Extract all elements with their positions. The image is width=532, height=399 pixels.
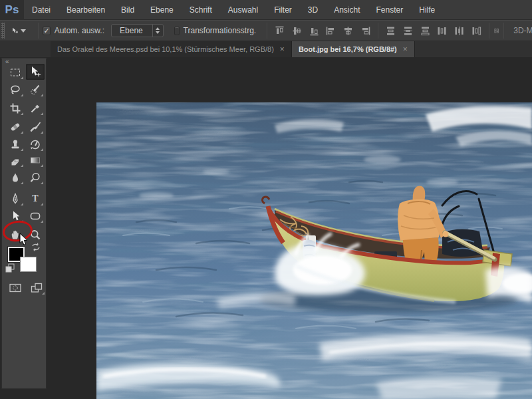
- swap-colors-icon[interactable]: [31, 243, 41, 251]
- separator: [489, 23, 489, 39]
- tab-boot-jpg[interactable]: Boot.jpg bei 16,7% (RGB/8#) ×: [292, 41, 415, 57]
- crop-tool[interactable]: [6, 100, 25, 116]
- pen-tool[interactable]: [6, 191, 25, 207]
- move-tool[interactable]: [26, 64, 45, 80]
- clone-stamp-tool[interactable]: [6, 136, 25, 152]
- dropdown-spinner-icon: [152, 24, 163, 37]
- brush-tool[interactable]: [26, 119, 45, 135]
- shape-tool[interactable]: [26, 208, 45, 224]
- menu-auswahl[interactable]: Auswahl: [220, 0, 266, 20]
- menu-ebene[interactable]: Ebene: [142, 0, 182, 20]
- align-vertical-centers-icon[interactable]: [291, 25, 303, 37]
- close-icon[interactable]: ×: [403, 45, 408, 54]
- dodge-tool[interactable]: [26, 170, 45, 186]
- align-horizontal-group: [325, 25, 371, 37]
- document-tab-bar: Das Orakel des Meeres.psd bei 10,1% (Stü…: [0, 41, 532, 57]
- align-top-edges-icon[interactable]: [274, 25, 285, 37]
- menu-bild[interactable]: Bild: [113, 0, 142, 20]
- auto-select-label: Autom. ausw.:: [55, 26, 104, 35]
- menu-fenster[interactable]: Fenster: [368, 0, 412, 20]
- eraser-tool[interactable]: [6, 152, 25, 168]
- dropdown-value: Ebene: [112, 26, 152, 35]
- tools-panel: «: [1, 59, 47, 389]
- transform-controls-checkbox[interactable]: [174, 27, 180, 35]
- background-color-swatch[interactable]: [20, 257, 37, 272]
- lasso-tool[interactable]: [6, 82, 25, 98]
- distribute-rows-group: [385, 25, 431, 37]
- type-tool[interactable]: T: [26, 191, 45, 207]
- separator: [38, 23, 39, 39]
- distribute-left-edges-icon[interactable]: [436, 25, 448, 37]
- menu-filter[interactable]: Filter: [266, 0, 300, 20]
- document-canvas-boot-jpg[interactable]: [96, 102, 532, 399]
- align-bottom-edges-icon[interactable]: [309, 25, 320, 37]
- photoshop-logo: Ps: [0, 0, 24, 20]
- align-horizontal-centers-icon[interactable]: [342, 25, 354, 37]
- separator: [503, 23, 504, 39]
- menu-schrift[interactable]: Schrift: [182, 0, 220, 20]
- distribute-cols-group: [436, 25, 482, 37]
- separator: [267, 23, 267, 39]
- tab-das-orakel-des-meeres[interactable]: Das Orakel des Meeres.psd bei 10,1% (Stü…: [51, 41, 292, 57]
- spot-healing-brush-tool[interactable]: [6, 119, 25, 135]
- photoshop-window: Ps Datei Bearbeiten Bild Ebene Schrift A…: [0, 0, 532, 399]
- distribute-right-edges-icon[interactable]: [471, 25, 482, 37]
- blur-tool[interactable]: [6, 170, 25, 186]
- align-right-edges-icon[interactable]: [360, 25, 371, 37]
- gradient-tool[interactable]: [26, 152, 45, 168]
- checkmark-icon: ✓: [43, 27, 49, 35]
- align-edges-group: [274, 25, 320, 37]
- options-bar-grip[interactable]: [1, 23, 5, 39]
- mouse-cursor: [19, 233, 29, 246]
- quick-selection-tool[interactable]: [26, 82, 45, 98]
- tab-bar-spacer: [0, 41, 51, 57]
- screen-mode-button[interactable]: [27, 280, 46, 296]
- distribute-bottom-edges-icon[interactable]: [420, 25, 431, 37]
- menu-bearbeiten[interactable]: Bearbeiten: [59, 0, 113, 20]
- tool-options-bar: ✓ Autom. ausw.: Ebene Transformationsstr…: [0, 20, 532, 41]
- default-colors-icon[interactable]: [5, 263, 15, 273]
- menu-ansicht[interactable]: Ansicht: [326, 0, 368, 20]
- history-brush-tool[interactable]: [26, 136, 45, 152]
- distribute-vertical-centers-icon[interactable]: [402, 25, 414, 37]
- canvas-background: [48, 57, 532, 399]
- transform-controls-label: Transformationsstrg.: [184, 26, 257, 35]
- tool-preset-caret-icon[interactable]: [21, 29, 26, 33]
- auto-select-checkbox[interactable]: ✓: [43, 27, 50, 35]
- distribute-horizontal-centers-icon[interactable]: [454, 25, 465, 37]
- menu-3d[interactable]: 3D: [300, 0, 326, 20]
- tab-title: Boot.jpg bei 16,7% (RGB/8#): [299, 45, 397, 53]
- quick-mask-mode-button[interactable]: [6, 280, 25, 296]
- move-tool-icon: [11, 25, 19, 37]
- distribute-top-edges-icon[interactable]: [385, 25, 396, 37]
- eyedropper-tool[interactable]: [26, 100, 45, 116]
- tab-title: Das Orakel des Meeres.psd bei 10,1% (Stü…: [57, 45, 274, 53]
- menu-hilfe[interactable]: Hilfe: [411, 0, 443, 20]
- menu-datei[interactable]: Datei: [24, 0, 59, 20]
- close-icon[interactable]: ×: [280, 45, 285, 54]
- menu-bar: Ps Datei Bearbeiten Bild Ebene Schrift A…: [0, 0, 532, 20]
- rectangular-marquee-tool[interactable]: [6, 65, 25, 80]
- align-left-edges-icon[interactable]: [325, 25, 336, 37]
- auto-select-target-dropdown[interactable]: Ebene: [111, 24, 164, 37]
- separator: [378, 23, 378, 39]
- 3d-mode-label: 3D-Modu: [513, 26, 532, 35]
- auto-align-layers-icon[interactable]: [493, 25, 499, 37]
